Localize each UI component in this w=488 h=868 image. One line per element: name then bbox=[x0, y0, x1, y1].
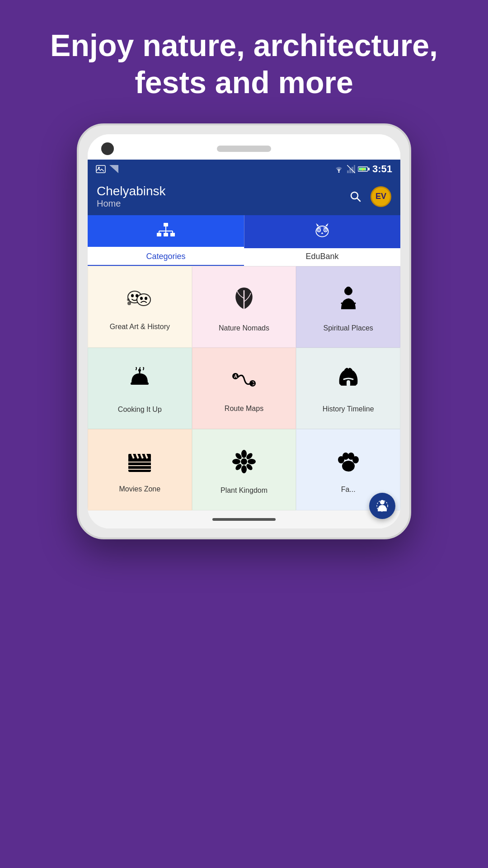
image-status-icon bbox=[96, 165, 106, 173]
cooking-label: Cooking It Up bbox=[118, 405, 162, 415]
app-subtitle: Home bbox=[97, 198, 166, 209]
nav-indicator bbox=[212, 518, 276, 521]
svg-rect-47 bbox=[131, 382, 149, 385]
search-icon[interactable] bbox=[349, 190, 362, 203]
grid-item-great-art[interactable]: Great Art & History bbox=[88, 266, 192, 348]
svg-rect-11 bbox=[368, 168, 370, 170]
svg-rect-15 bbox=[164, 223, 168, 226]
svg-point-67 bbox=[241, 465, 247, 473]
status-right: ⚡ 3:51 bbox=[333, 163, 392, 175]
grid-item-cooking[interactable]: Cooking It Up bbox=[88, 348, 192, 429]
buddha-icon bbox=[337, 286, 360, 312]
notif-status-icon bbox=[109, 165, 118, 173]
cloche-icon bbox=[128, 367, 151, 393]
tab-categories[interactable] bbox=[88, 215, 244, 248]
tab-label-categories[interactable]: Categories bbox=[88, 248, 244, 266]
history-timeline-icon bbox=[336, 368, 361, 396]
svg-point-74 bbox=[342, 461, 355, 472]
spartan-helmet-icon bbox=[336, 368, 361, 393]
theater-masks-icon bbox=[126, 287, 154, 311]
svg-point-41 bbox=[140, 297, 143, 300]
grid-item-fa[interactable]: Fa... bbox=[296, 429, 400, 510]
status-left bbox=[96, 165, 118, 173]
nature-nomads-label: Nature Nomads bbox=[219, 324, 269, 333]
spiritual-places-icon bbox=[337, 286, 360, 316]
svg-point-44 bbox=[127, 298, 130, 301]
status-bar: ⚡ 3:51 bbox=[88, 160, 400, 179]
svg-text:A: A bbox=[234, 374, 237, 379]
speaker bbox=[217, 146, 271, 152]
time-display: 3:51 bbox=[372, 163, 392, 175]
great-art-label: Great Art & History bbox=[110, 322, 170, 332]
edubank-tab-icon bbox=[313, 222, 331, 240]
nature-nomads-icon bbox=[232, 286, 256, 316]
clapperboard-icon bbox=[127, 450, 153, 473]
app-bar-icons: EV bbox=[349, 186, 391, 207]
history-timeline-label: History Timeline bbox=[323, 405, 374, 414]
svg-line-14 bbox=[357, 198, 360, 201]
svg-rect-55 bbox=[347, 380, 350, 387]
grid-item-movies[interactable]: Movies Zone bbox=[88, 429, 192, 510]
phone-top-bar bbox=[88, 134, 400, 160]
svg-marker-2 bbox=[109, 165, 118, 173]
plant-kingdom-label: Plant Kingdom bbox=[221, 486, 267, 495]
svg-rect-16 bbox=[157, 233, 161, 236]
svg-rect-5 bbox=[349, 169, 351, 173]
categories-tab-icon bbox=[157, 222, 175, 240]
tab-edubank[interactable] bbox=[244, 215, 401, 248]
grid-item-plant-kingdom[interactable]: Plant Kingdom bbox=[192, 429, 296, 510]
categories-grid: Great Art & History Nature Nomads bbox=[88, 266, 400, 510]
paw-icon bbox=[336, 450, 361, 473]
svg-point-65 bbox=[241, 458, 247, 465]
great-art-icon bbox=[126, 287, 154, 314]
svg-marker-33 bbox=[316, 223, 319, 226]
tabs-bar bbox=[88, 215, 400, 248]
fa-label: Fa... bbox=[341, 485, 356, 495]
flower-icon bbox=[231, 449, 257, 474]
svg-rect-18 bbox=[170, 233, 175, 236]
svg-rect-56 bbox=[128, 458, 151, 472]
app-bar: Chelyabinsk Home EV bbox=[88, 179, 400, 215]
svg-point-40 bbox=[137, 294, 150, 305]
plant-kingdom-icon bbox=[231, 449, 257, 478]
movies-icon bbox=[127, 450, 153, 476]
svg-point-69 bbox=[248, 459, 256, 464]
svg-point-3 bbox=[338, 171, 339, 173]
bottom-nav-bar bbox=[88, 510, 400, 528]
page-headline: Enjoy nature, architecture, fests and mo… bbox=[0, 0, 488, 123]
grid-item-history-timeline[interactable]: History Timeline bbox=[296, 348, 400, 429]
svg-marker-34 bbox=[326, 223, 328, 226]
svg-point-68 bbox=[232, 459, 240, 464]
svg-text:⚡: ⚡ bbox=[361, 167, 365, 171]
route-maps-label: Route Maps bbox=[225, 404, 263, 414]
svg-point-30 bbox=[319, 230, 320, 231]
movies-label: Movies Zone bbox=[119, 485, 161, 494]
tab-label-edubank[interactable]: EduBank bbox=[244, 248, 400, 266]
fab-button[interactable] bbox=[369, 493, 395, 519]
svg-point-76 bbox=[343, 453, 349, 460]
svg-point-78 bbox=[352, 456, 359, 463]
battery-icon: ⚡ bbox=[358, 166, 370, 172]
spiritual-places-label: Spiritual Places bbox=[324, 324, 373, 333]
fab-person-icon bbox=[375, 499, 389, 513]
svg-rect-17 bbox=[164, 233, 168, 236]
svg-point-43 bbox=[127, 302, 131, 305]
route-icon: A B bbox=[231, 368, 257, 392]
svg-rect-4 bbox=[347, 170, 349, 173]
svg-point-37 bbox=[131, 294, 134, 297]
svg-point-66 bbox=[241, 450, 247, 458]
grid-item-route-maps[interactable]: A B Route Maps bbox=[192, 348, 296, 429]
fa-icon bbox=[336, 450, 361, 477]
grid-item-spiritual-places[interactable]: Spiritual Places bbox=[296, 266, 400, 348]
wifi-icon bbox=[333, 165, 344, 173]
route-maps-icon: A B bbox=[231, 368, 257, 396]
camera bbox=[101, 142, 114, 155]
ev-badge[interactable]: EV bbox=[371, 186, 391, 207]
cooking-icon bbox=[128, 367, 151, 397]
signal-icon bbox=[347, 165, 355, 173]
svg-point-46 bbox=[346, 287, 351, 289]
phone-frame: ⚡ 3:51 Chelyabinsk Home EV bbox=[77, 123, 411, 539]
svg-point-31 bbox=[325, 230, 326, 231]
leaf-icon bbox=[232, 286, 256, 312]
grid-item-nature-nomads[interactable]: Nature Nomads bbox=[192, 266, 296, 348]
